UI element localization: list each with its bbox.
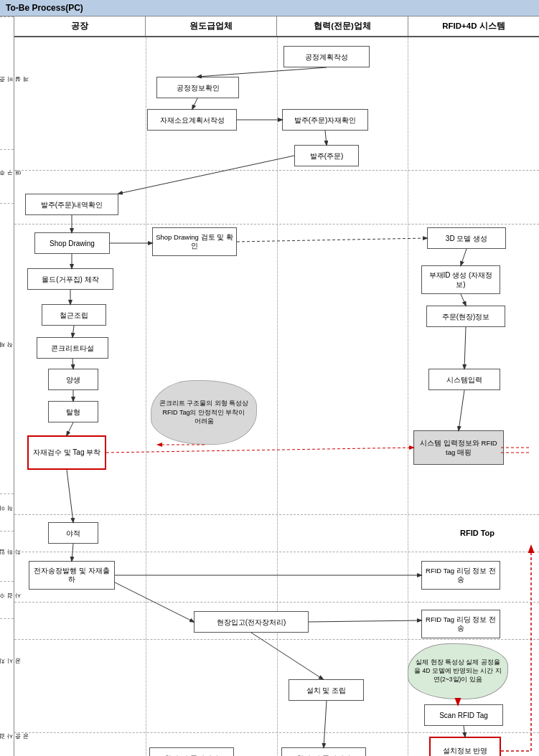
box-jajae-geomsu: 자재검수 및 Tag 부착 [27, 435, 106, 470]
box-jeonjasung: 전자송장발행 및 자재출하 [29, 561, 115, 590]
box-yangsaeng: 양생 [48, 369, 98, 390]
svg-line-17 [459, 390, 464, 430]
box-rfid-reading1: RFID Tag 리딩 정보 전송 [421, 561, 500, 590]
phase-label-delivery: 반입하차 [0, 531, 14, 581]
col-header-rfid: RFID+4D 시스템 [408, 16, 539, 36]
cloud-problem: 콘크리트 구조물의 외형 특성상 RFID Tag의 안정적인 부착이 어려움 [151, 380, 257, 445]
rfid-top-label: RFID Top [440, 529, 515, 537]
box-hwagyin-quality2: 확인 및 품질검사 [281, 747, 366, 756]
cloud-delay: 실제 현장 특성상 실제 공정율을 4D 모델에 반영되는 시간 지연(2~3일… [408, 643, 508, 699]
box-jajae-yogu: 자재소요계획서작성 [147, 109, 237, 131]
svg-line-0 [197, 67, 327, 77]
phase-label-inspection: 인수검사 [0, 581, 14, 618]
svg-line-16 [67, 422, 73, 435]
phase-label-planning: 계획준비설계 [0, 16, 14, 149]
svg-line-21 [72, 544, 73, 561]
box-seolchi-info: 설치정보 반영 [429, 737, 501, 756]
box-cheolgeun: 철근조립 [42, 304, 106, 326]
phase-div-3 [14, 514, 539, 515]
box-model-3d: 3D 모델 생성 [427, 227, 506, 249]
title-bar: To-Be Process(PC) [0, 0, 539, 16]
box-yajeok: 야적 [48, 522, 98, 544]
svg-line-24 [309, 620, 421, 622]
svg-line-18 [106, 448, 413, 453]
svg-line-27 [464, 726, 465, 737]
box-jumun-info: 주문(현장)정보 [426, 306, 505, 327]
box-shop-drawing-factory: Shop Drawing [34, 232, 110, 254]
col-header-contractor: 원도급업체 [146, 16, 277, 36]
phase-div-2 [14, 224, 539, 225]
col-sep-2 [277, 37, 278, 756]
box-mold-factory: 몰드(거푸집) 체작 [27, 268, 113, 290]
box-baljoo-naeyeok: 발주(주문)내역확인 [25, 194, 118, 215]
svg-line-28 [324, 701, 327, 747]
svg-line-7 [237, 238, 427, 242]
box-talhyeong: 탈형 [48, 401, 98, 422]
box-system-rfid: 시스템 입력정보와 RFID tag 매핑 [413, 430, 504, 465]
column-headers: 공장 원도급업체 협력(전문)업체 RFID+4D 시스템 [14, 16, 539, 37]
box-gongjeong-info: 공정정보확인 [156, 77, 239, 98]
box-concrete: 콘크리트타설 [37, 337, 108, 359]
phase-label-install: 설치시공 [0, 618, 14, 712]
box-shop-drawing-review: Shop Drawing 검토 및 확인 [152, 227, 237, 256]
box-system-input: 시스템입력 [428, 369, 500, 390]
title-text: To-Be Process(PC) [6, 3, 83, 13]
box-gongjeong-gyehoek: 공정계획작성 [283, 46, 370, 67]
box-baljoo-jajae: 발주(주문)자재확인 [282, 109, 368, 131]
diagram-body: 공정계획작성 공정정보확인 자재소요계획서작성 발주(주문)자재확인 발주(주문… [14, 37, 539, 756]
svg-line-11 [464, 327, 466, 369]
phase-label-storage: 야적 [0, 493, 14, 531]
col-header-factory: 공장 [14, 16, 146, 36]
box-rfid-reading2: RFID Tag 리딩 정보 전송 [421, 610, 500, 638]
page-container: To-Be Process(PC) 계획준비설계 발주구매 제작 야적 반입하차… [0, 0, 539, 756]
diagram-right: 공장 원도급업체 협력(전문)업체 RFID+4D 시스템 [14, 16, 539, 756]
phase-label-complete: 완료검사준공 [0, 712, 14, 756]
phase-div-5 [14, 602, 539, 603]
box-hwagyin-quality1: 확인 및 품질검사 [149, 747, 234, 756]
box-bujae-id: 부재ID 생성 (자재정보) [421, 265, 500, 294]
svg-line-13 [72, 326, 74, 337]
phase-label-manufacture: 제작 [0, 203, 14, 493]
svg-line-9 [461, 249, 467, 265]
phase-div-6 [14, 639, 539, 640]
phase-label-order: 발주구매 [0, 149, 14, 203]
col-header-partner: 협력(전문)업체 [277, 16, 408, 36]
box-baljoo-jumun: 발주(주문) [294, 145, 359, 166]
col-sep-3 [408, 37, 408, 756]
phase-div-4 [14, 552, 539, 552]
box-scan-rfid: Scan RFID Tag [424, 704, 503, 726]
svg-line-10 [461, 294, 466, 306]
box-hyeonjang-igo: 현장입고(전자장처리) [194, 611, 309, 633]
svg-line-4 [118, 156, 294, 194]
phase-div-7 [14, 732, 539, 733]
phase-labels: 계획준비설계 발주구매 제작 야적 반입하차 인수검사 설치시공 완료검사준공 [0, 16, 14, 756]
svg-line-1 [192, 98, 197, 109]
svg-line-3 [325, 131, 327, 145]
col-sep-1 [146, 37, 146, 756]
svg-line-14 [72, 359, 73, 369]
box-seolchi-jobip: 설치 및 조립 [289, 679, 364, 701]
phase-div-1 [14, 170, 539, 171]
